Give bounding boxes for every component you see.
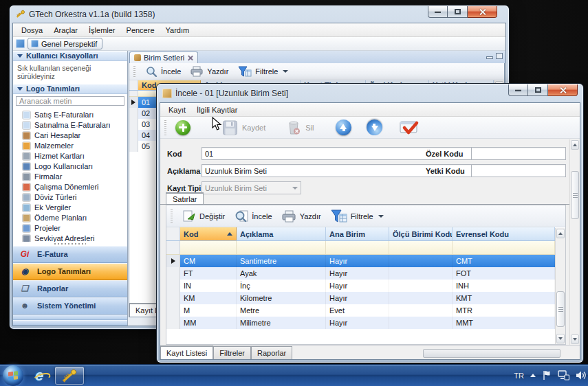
column-kod[interactable]: Kod xyxy=(180,227,237,240)
bottom-tab[interactable]: Raporlar xyxy=(251,346,292,359)
taskbar-orkestra-button[interactable] xyxy=(55,367,84,385)
sidebar-item[interactable]: Hizmet Kartları xyxy=(13,151,127,161)
sidebar-nav-button[interactable]: ❏ Raporlar xyxy=(13,280,127,297)
table-row[interactable]: KM Kilometre Hayır KMT xyxy=(166,292,555,304)
tab-close-icon[interactable] xyxy=(187,55,193,61)
speaker-icon[interactable] xyxy=(576,370,587,381)
sidebar-search-input[interactable] xyxy=(16,96,124,106)
chevron-down-icon[interactable] xyxy=(283,70,288,73)
add-record-icon[interactable] xyxy=(175,120,190,135)
minimize-button[interactable] xyxy=(428,6,448,18)
delete-trash-icon[interactable] xyxy=(286,120,301,135)
perspective-button[interactable]: Genel Perspektif xyxy=(28,38,102,49)
dialog-minimize-button[interactable] xyxy=(508,84,528,96)
table-row[interactable]: FT Ayak Hayır FOT xyxy=(166,267,555,280)
sidebar-item[interactable]: Malzemeler xyxy=(13,141,127,151)
sidebar-item[interactable]: Logo Kullanıcıları xyxy=(13,161,127,172)
sidebar-item[interactable]: Satınalma E-Faturaları xyxy=(13,120,127,130)
start-button[interactable] xyxy=(3,365,23,386)
dialog-close-button[interactable] xyxy=(548,84,578,96)
kayit-tipi-combo[interactable]: Uzunluk Birim Seti xyxy=(202,181,301,194)
column-evrensel-kodu[interactable]: Evrensel Kodu xyxy=(453,227,555,240)
action-center-flag-icon[interactable] xyxy=(542,370,552,381)
kayit-tipi-value: Uzunluk Birim Seti xyxy=(205,184,267,192)
column-aciklama[interactable]: Açıklama xyxy=(237,227,326,240)
show-hidden-icons-icon[interactable] xyxy=(530,374,536,377)
maximize-view-icon[interactable] xyxy=(496,53,503,59)
horizontal-scrollbar[interactable] xyxy=(423,349,560,358)
sidebar-item-label: Döviz Türleri xyxy=(34,193,77,201)
scroll-thumb[interactable] xyxy=(571,171,579,219)
taskbar-ie-button[interactable]: e xyxy=(29,367,50,385)
sidebar-nav-button[interactable]: Gi E-Fatura xyxy=(13,246,127,263)
tab-birim-setleri[interactable]: Birim Setleri xyxy=(129,52,198,63)
sidebar-item[interactable]: Cari Hesaplar xyxy=(13,130,127,141)
yetki-kodu-field[interactable] xyxy=(471,164,566,177)
table-row[interactable]: M Metre Evet MTR xyxy=(166,304,555,317)
sidebar-item[interactable]: Sevkiyat Adresleri xyxy=(13,234,127,242)
yazdir-button[interactable]: Yazdır xyxy=(188,65,231,78)
chevron-down-icon[interactable] xyxy=(378,215,384,218)
incele-button[interactable]: İncele xyxy=(232,209,274,224)
table-row[interactable]: IN İnç Hayır INH xyxy=(166,280,555,292)
scroll-down-button[interactable] xyxy=(556,334,565,343)
toolbar-grip[interactable] xyxy=(164,120,166,135)
previous-record-icon[interactable] xyxy=(336,120,351,135)
network-icon[interactable] xyxy=(558,370,569,381)
scroll-down-button[interactable] xyxy=(571,334,579,344)
perspective-icon[interactable] xyxy=(16,39,25,48)
next-record-icon[interactable] xyxy=(367,120,382,135)
language-indicator[interactable]: TR xyxy=(514,372,524,380)
yazdir-button[interactable]: Yazdır xyxy=(279,209,324,224)
kaydet-label[interactable]: Kaydet xyxy=(242,124,265,132)
sidebar-item[interactable]: Firmalar xyxy=(13,172,127,182)
toolbar-grip[interactable] xyxy=(171,209,173,223)
sidebar-item[interactable]: Projeler xyxy=(13,223,127,234)
scroll-up-button[interactable] xyxy=(556,229,565,238)
section-user-shortcuts[interactable]: Kullanıcı Kısayolları xyxy=(13,51,127,61)
bottom-tab[interactable]: Kayıt Listesi xyxy=(160,345,213,359)
sidebar-item[interactable]: Satış E-Faturaları xyxy=(13,110,127,120)
filtrele-button[interactable]: Filtrele xyxy=(235,65,291,79)
incele-button[interactable]: İncele xyxy=(142,65,184,78)
dialog-maximize-button[interactable] xyxy=(528,84,548,96)
sidebar-nav-button[interactable]: ☻ Sistem Yönetimi xyxy=(13,297,127,315)
dialog-titlebar[interactable]: İncele - 01 [Uzunluk Birim Seti] xyxy=(157,84,583,100)
menu-item[interactable]: Yardım xyxy=(160,24,195,36)
table-row[interactable]: MM Milimetre Hayır MMT xyxy=(166,317,555,329)
menu-item[interactable]: Dosya xyxy=(16,24,48,36)
close-button[interactable] xyxy=(468,6,497,18)
sidebar-item[interactable]: Ödeme Planları xyxy=(13,213,127,223)
maximize-button[interactable] xyxy=(448,6,468,18)
sidebar-item[interactable]: Ek Vergiler xyxy=(13,203,127,213)
filter-row[interactable] xyxy=(166,241,555,255)
dialog-vertical-scrollbar[interactable] xyxy=(569,139,580,345)
main-titlebar[interactable]: GTech Orkestra v1.1a (build 1358) xyxy=(10,5,509,21)
table-row[interactable]: CM Santimetre Hayır CMT xyxy=(166,255,555,267)
bottom-tab[interactable]: Filtreler xyxy=(213,346,251,359)
confirm-check-icon[interactable] xyxy=(399,120,420,136)
column-olcu-birimi-kodu[interactable]: Ölçü Birimi Kodu xyxy=(389,227,453,240)
ozel-kodu-field[interactable] xyxy=(471,147,566,160)
scroll-up-button[interactable] xyxy=(571,140,579,150)
sil-label[interactable]: Sil xyxy=(305,124,314,132)
minimize-view-icon[interactable] xyxy=(486,56,493,59)
filtrele-button[interactable]: Filtrele xyxy=(328,208,386,225)
scroll-thumb[interactable] xyxy=(556,291,565,327)
sidebar-item[interactable]: Döviz Türleri xyxy=(13,192,127,203)
menu-item[interactable]: Pencere xyxy=(121,24,160,36)
section-logo-definitions[interactable]: Logo Tanımları xyxy=(13,84,127,94)
menu-item[interactable]: Kayıt xyxy=(163,104,191,116)
save-floppy-icon[interactable] xyxy=(222,120,238,135)
menu-item[interactable]: Araçlar xyxy=(48,24,83,36)
degistir-button[interactable]: Değiştir xyxy=(179,209,228,224)
column-ana-birim[interactable]: Ana Birim xyxy=(326,227,389,240)
sidebar-nav-button[interactable]: ◉ Logo Tanımları xyxy=(13,263,127,280)
menu-item[interactable]: İşlemler xyxy=(83,24,121,36)
toolbar-grip[interactable] xyxy=(133,66,135,77)
rows-vertical-scrollbar[interactable] xyxy=(555,228,565,344)
satirlar-tab[interactable]: Satırlar xyxy=(166,192,204,205)
yetki-kodu-label: Yetki Kodu xyxy=(426,167,465,175)
menu-item[interactable]: İlgili Kayıtlar xyxy=(191,104,243,116)
sidebar-item[interactable]: Çalışma Dönemleri xyxy=(13,182,127,192)
